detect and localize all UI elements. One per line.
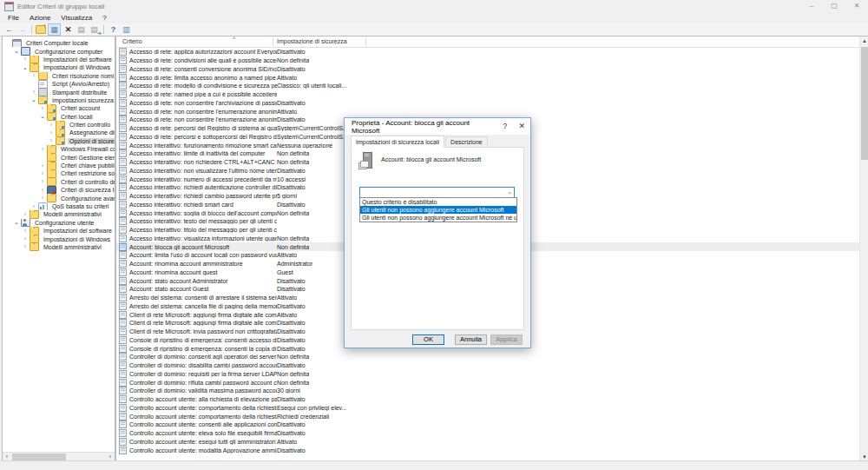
list-row[interactable]: Accesso di rete: named pipe a cui è poss… xyxy=(116,90,860,99)
tree-item[interactable]: ›Impostazioni del software xyxy=(3,56,115,63)
menu-file[interactable]: File xyxy=(3,13,24,23)
list-row[interactable]: Controller di dominio: requisiti per la … xyxy=(116,370,860,379)
tree-item[interactable]: ›Criteri chiave pubblica xyxy=(3,162,115,169)
list-row[interactable]: Controllo account utente: comportamento … xyxy=(116,404,860,413)
up-level-icon[interactable] xyxy=(36,25,46,34)
tree-item[interactable]: Criteri Gestione elenco reti xyxy=(3,153,115,161)
column-divider[interactable] xyxy=(365,37,366,46)
list-row[interactable]: Controllo account utente: comportamento … xyxy=(116,412,860,420)
tree-item[interactable]: ›Criteri account xyxy=(3,104,115,112)
list-vertical-scrollbar[interactable]: ▲ ▼ xyxy=(859,36,868,461)
chevron-right-icon[interactable]: › xyxy=(22,235,29,242)
tree-item[interactable]: ⌄Impostazioni di Windows xyxy=(3,63,115,71)
chevron-right-icon[interactable]: › xyxy=(39,162,46,169)
column-divider[interactable] xyxy=(273,37,273,46)
list-row[interactable]: Controllo account utente: alla richiesta… xyxy=(116,395,860,404)
maximize-button[interactable]: ▢ xyxy=(823,0,845,13)
forward-icon[interactable] xyxy=(16,24,28,35)
tab-descrizione[interactable]: Descrizione xyxy=(445,136,488,148)
chevron-down-icon[interactable]: ⌄ xyxy=(39,113,46,120)
properties-icon[interactable] xyxy=(76,24,87,35)
chevron-right-icon[interactable]: › xyxy=(39,170,46,177)
dialog-help-button[interactable]: ? xyxy=(496,118,514,135)
chevron-right-icon[interactable]: › xyxy=(22,211,29,218)
dropdown-option[interactable]: Gli utenti non possono aggiungere accoun… xyxy=(360,214,516,222)
chevron-right-icon[interactable]: › xyxy=(48,137,55,144)
tree-item[interactable]: ›Criteri risoluzione nomi xyxy=(3,72,115,80)
list-row[interactable]: Accesso di rete: non consentire l'enumer… xyxy=(116,107,860,116)
scrollbar-thumb[interactable] xyxy=(861,47,868,160)
annulla-button[interactable]: Annulla xyxy=(455,334,487,345)
dialog-close-button[interactable]: ✕ xyxy=(513,118,530,135)
tree-item[interactable]: ›Configurazione avanzata de xyxy=(3,194,115,202)
tree-item[interactable]: ›Criteri controllo xyxy=(3,121,115,129)
help-icon[interactable] xyxy=(108,24,119,35)
tree-item[interactable]: ›Impostazioni di Windows xyxy=(3,235,115,242)
tree-item[interactable]: ›Criteri di controllo delle app xyxy=(3,178,115,186)
tree-item[interactable]: ⌄Configurazione utente xyxy=(3,219,115,227)
tree-item[interactable]: ›Stampanti distribuite xyxy=(3,88,115,96)
show-console-tree-icon[interactable] xyxy=(48,23,61,36)
list-row[interactable]: Accesso di rete: limita accesso anonimo … xyxy=(116,73,860,82)
chevron-right-icon[interactable]: › xyxy=(39,187,46,194)
list-row[interactable]: Accesso di rete: condivisioni alle quali… xyxy=(116,56,860,65)
chevron-down-icon[interactable]: ⌄ xyxy=(13,219,20,226)
tree-item[interactable]: ›Impostazioni del software xyxy=(3,227,115,235)
close-button[interactable]: ✕ xyxy=(845,0,868,13)
scrollbar-thumb[interactable] xyxy=(12,453,66,460)
tree-item[interactable]: ›QoS basata su criteri xyxy=(3,202,115,210)
tree-item[interactable]: ›Modelli amministrativi xyxy=(3,243,115,251)
tree-item[interactable]: ›Windows Firewall con sicurezza xyxy=(3,145,115,153)
tree-item[interactable]: Criteri Computer locale xyxy=(3,39,115,47)
list-row[interactable]: Controllo account utente: consenti alle … xyxy=(116,420,860,429)
back-icon[interactable] xyxy=(3,24,15,35)
tree-item[interactable]: ⌄Configurazione computer xyxy=(3,47,115,55)
delete-icon[interactable] xyxy=(62,24,74,35)
chevron-right-icon[interactable]: › xyxy=(39,195,46,202)
chevron-right-icon[interactable]: › xyxy=(39,178,46,185)
chevron-right-icon[interactable]: › xyxy=(22,56,29,63)
tree-item[interactable]: ›Modelli amministrativi xyxy=(3,210,115,218)
chevron-right-icon[interactable]: › xyxy=(39,105,46,112)
column-header-criterio[interactable]: Criterio xyxy=(122,36,142,47)
chevron-right-icon[interactable]: › xyxy=(39,146,46,153)
tree-item[interactable]: ⌄Impostazioni sicurezza xyxy=(3,96,115,104)
chevron-right-icon[interactable]: › xyxy=(30,89,37,96)
chevron-right-icon[interactable]: › xyxy=(48,129,55,136)
applica-button[interactable]: Applica xyxy=(490,334,523,345)
menu-help[interactable]: ? xyxy=(97,13,111,23)
dropdown-option[interactable]: Gli utenti non possono aggiungere accoun… xyxy=(360,206,516,214)
list-row[interactable]: Controller di dominio: rifiuta cambi pas… xyxy=(116,378,860,387)
list-row[interactable]: Controllo account utente: modalità Appro… xyxy=(116,446,860,454)
chevron-right-icon[interactable]: › xyxy=(30,72,37,79)
chevron-right-icon[interactable]: › xyxy=(48,122,55,129)
list-row[interactable]: Accesso di rete: non consentire l'archiv… xyxy=(116,99,860,108)
list-row[interactable]: Accesso di rete: applica autorizzazioni … xyxy=(116,48,860,56)
tree-item[interactable]: ›Criteri restrizione software xyxy=(3,169,115,177)
column-header-impostazione[interactable]: Impostazione di sicurezza xyxy=(277,36,347,47)
list-row[interactable]: Controller di dominio: validità massima … xyxy=(116,387,860,395)
list-row[interactable]: Controllo account utente: eleva solo fil… xyxy=(116,429,860,438)
list-row[interactable]: Accesso di rete: modello di condivisione… xyxy=(116,82,860,90)
list-row[interactable]: Controller di dominio: disabilita cambi … xyxy=(116,361,860,370)
tree-item[interactable]: ›Assegnazione diritti utente xyxy=(3,129,115,136)
chevron-down-icon[interactable]: ⌄ xyxy=(22,64,29,71)
tree-item[interactable]: ›Opzioni di sicurezza xyxy=(3,137,115,145)
scroll-up-icon[interactable]: ▲ xyxy=(860,36,868,45)
list-row[interactable]: Controllo account utente: esegui tutti g… xyxy=(116,438,860,447)
dropdown-option[interactable]: Questo criterio è disabilitato xyxy=(360,198,516,206)
minimize-button[interactable]: – xyxy=(800,0,823,13)
tree-item[interactable]: Script (Avvio/Arresto) xyxy=(3,80,115,88)
menu-visualizza[interactable]: Visualizza xyxy=(56,13,97,23)
chevron-down-icon[interactable]: ⌄ xyxy=(30,96,37,103)
chevron-down-icon[interactable]: ⌄ xyxy=(13,48,20,55)
ok-button[interactable]: OK xyxy=(412,334,444,345)
chevron-right-icon[interactable]: › xyxy=(22,243,29,250)
export-list-icon[interactable] xyxy=(89,24,100,35)
chevron-right-icon[interactable]: › xyxy=(22,228,29,235)
chevron-down-icon[interactable]: ⌄ xyxy=(507,189,512,195)
tree-item[interactable]: ⌄Criteri locali xyxy=(3,113,115,121)
menu-azione[interactable]: Azione xyxy=(24,13,56,23)
chevron-right-icon[interactable]: › xyxy=(30,203,37,210)
list-row[interactable]: Controller di dominio: consenti agli ope… xyxy=(116,353,860,361)
